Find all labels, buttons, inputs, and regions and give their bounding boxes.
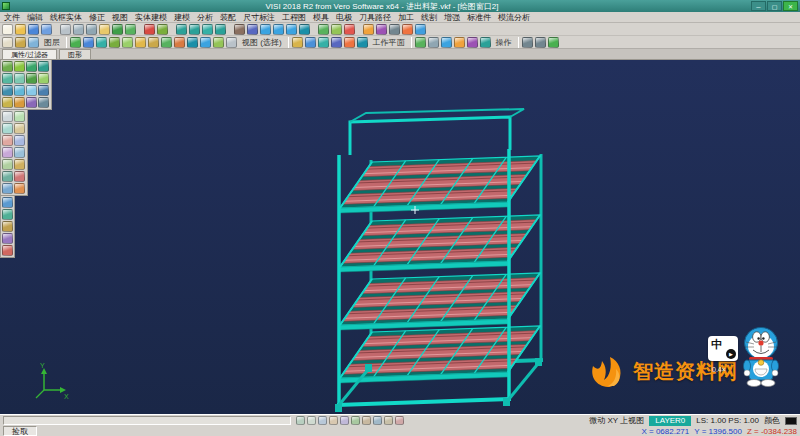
menu-item[interactable]: 工程图 [282, 12, 306, 23]
grid-icon[interactable] [389, 24, 400, 35]
mesh-filter-icon[interactable] [38, 73, 49, 84]
select-window-icon[interactable] [109, 37, 120, 48]
face-filter-icon[interactable] [14, 85, 25, 96]
pan-icon[interactable] [234, 24, 245, 35]
operation-copy-icon[interactable] [428, 37, 439, 48]
trim-icon[interactable] [2, 135, 13, 146]
wireframe-view-icon[interactable] [331, 24, 342, 35]
delete-icon[interactable] [144, 24, 155, 35]
menu-item[interactable]: 加工 [398, 12, 414, 23]
hide-entity-icon[interactable] [344, 24, 355, 35]
menu-item[interactable]: 电极 [336, 12, 352, 23]
open-file-icon[interactable] [15, 24, 26, 35]
menu-item[interactable]: 增强 [444, 12, 460, 23]
workplane-standard-icon[interactable] [292, 37, 303, 48]
layer-new-icon[interactable] [2, 37, 13, 48]
sketch-line-icon[interactable] [2, 111, 13, 122]
viewport[interactable]: YX 智造资料网 中 ▶ 0.4× [0, 60, 800, 414]
dimension-filter-icon[interactable] [38, 85, 49, 96]
redo-view-icon[interactable] [535, 37, 546, 48]
zoom-window-icon[interactable] [202, 24, 213, 35]
sweep-icon[interactable] [2, 221, 13, 232]
layer-manager-icon[interactable] [15, 37, 26, 48]
layer-indicator[interactable]: LAYER0 [649, 416, 691, 426]
select-chain-icon[interactable] [122, 37, 133, 48]
view-front-icon[interactable] [273, 24, 284, 35]
operation-move-icon[interactable] [415, 37, 426, 48]
select-layer-icon[interactable] [148, 37, 159, 48]
line-filter-icon[interactable] [26, 61, 37, 72]
snap-mid-icon[interactable] [318, 416, 327, 425]
tab-graphics[interactable]: 图形 [59, 49, 91, 59]
revolve-icon[interactable] [2, 209, 13, 220]
shaded-view-icon[interactable] [318, 24, 329, 35]
print-icon[interactable] [60, 24, 71, 35]
cut-icon[interactable] [73, 24, 84, 35]
menu-item[interactable]: 实体建模 [135, 12, 167, 23]
surface-filter-icon[interactable] [14, 73, 25, 84]
extrude-icon[interactable] [2, 197, 13, 208]
measure-icon[interactable] [363, 24, 374, 35]
menu-item[interactable]: 视图 [112, 12, 128, 23]
current-color-swatch[interactable] [785, 417, 797, 425]
operation-scale-icon[interactable] [454, 37, 465, 48]
menu-item[interactable]: 编辑 [27, 12, 43, 23]
layer-visibility-icon[interactable] [28, 37, 39, 48]
menu-item[interactable]: 标准件 [467, 12, 491, 23]
boolean-icon[interactable] [2, 245, 13, 256]
solid-filter-icon[interactable] [26, 73, 37, 84]
edge-filter-icon[interactable] [2, 85, 13, 96]
new-file-icon[interactable] [2, 24, 13, 35]
workplane-iso-icon[interactable] [357, 37, 368, 48]
workplane-origin-icon[interactable] [344, 37, 355, 48]
view-top-icon[interactable] [260, 24, 271, 35]
shell-icon[interactable] [2, 233, 13, 244]
menu-item[interactable]: 模具 [313, 12, 329, 23]
mask-points-icon[interactable] [226, 37, 237, 48]
offset-icon[interactable] [2, 159, 13, 170]
operation-rotate-icon[interactable] [467, 37, 478, 48]
menu-item[interactable]: 装配 [220, 12, 236, 23]
select-all-icon[interactable] [161, 37, 172, 48]
mask-faces-icon[interactable] [200, 37, 211, 48]
menu-item[interactable]: 修正 [89, 12, 105, 23]
view-refresh-icon[interactable] [70, 37, 81, 48]
explode-icon[interactable] [14, 183, 25, 194]
operation-array-icon[interactable] [480, 37, 491, 48]
undo-view-icon[interactable] [522, 37, 533, 48]
fillet-icon[interactable] [2, 147, 13, 158]
save-all-icon[interactable] [41, 24, 52, 35]
snap-grid-icon[interactable] [296, 416, 305, 425]
zoom-fit-icon[interactable] [215, 24, 226, 35]
text-filter-icon[interactable] [2, 97, 13, 108]
view-iso-icon[interactable] [299, 24, 310, 35]
menu-item[interactable]: 分析 [197, 12, 213, 23]
all-filter-icon[interactable] [38, 97, 49, 108]
workplane-3pt-icon[interactable] [318, 37, 329, 48]
menu-item[interactable]: 尺寸标注 [243, 12, 275, 23]
close-button[interactable]: ✕ [783, 1, 798, 11]
zoom-in-icon[interactable] [176, 24, 187, 35]
sketch-arc-icon[interactable] [2, 123, 13, 134]
mask-solids-icon[interactable] [187, 37, 198, 48]
point-filter-icon[interactable] [14, 61, 25, 72]
menu-item[interactable]: 线割 [421, 12, 437, 23]
hatch-filter-icon[interactable] [14, 97, 25, 108]
group-filter-icon[interactable] [26, 85, 37, 96]
project-icon[interactable] [14, 159, 25, 170]
refresh-icon[interactable] [548, 37, 559, 48]
menu-item[interactable]: 模流分析 [498, 12, 530, 23]
layers-dialog-icon[interactable] [376, 24, 387, 35]
lock-icon[interactable] [395, 416, 404, 425]
copy-icon[interactable] [86, 24, 97, 35]
break-icon[interactable] [14, 171, 25, 182]
save-icon[interactable] [28, 24, 39, 35]
arc-filter-icon[interactable] [38, 61, 49, 72]
menu-item[interactable]: 建模 [174, 12, 190, 23]
symbol-filter-icon[interactable] [26, 97, 37, 108]
select-filter-icon[interactable] [2, 61, 13, 72]
snap-icon[interactable] [402, 24, 413, 35]
undo-icon[interactable] [112, 24, 123, 35]
select-icon[interactable] [157, 24, 168, 35]
zoom-out-icon[interactable] [189, 24, 200, 35]
